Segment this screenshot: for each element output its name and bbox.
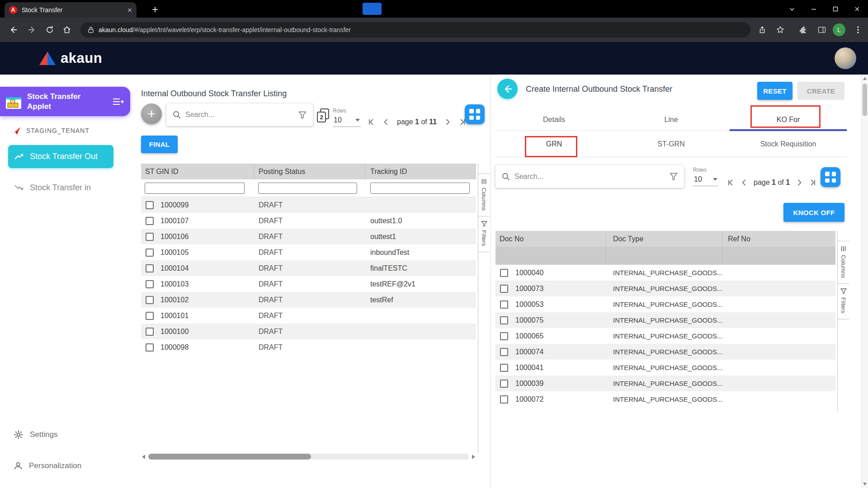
row-checkbox[interactable]: [500, 348, 508, 356]
row-checkbox[interactable]: [500, 364, 508, 372]
scroll-right-icon[interactable]: [472, 455, 475, 459]
rows-per-page[interactable]: Rows 10: [693, 167, 718, 186]
column-header-posting-status[interactable]: Posting Status: [255, 164, 365, 179]
table-row[interactable]: 1000099 DRAFT: [141, 197, 476, 213]
home-icon[interactable]: [60, 23, 74, 37]
table-row[interactable]: 1000101 DRAFT: [141, 308, 476, 324]
row-checkbox[interactable]: [500, 269, 508, 277]
row-checkbox[interactable]: [500, 380, 508, 388]
table-row[interactable]: 1000041 INTERNAL_PURCHASE_GOODS...: [495, 360, 835, 375]
row-checkbox[interactable]: [146, 201, 154, 209]
side-panel-icon[interactable]: [815, 23, 829, 37]
rows-per-page[interactable]: Rows 10: [333, 108, 361, 127]
apps-grid-icon[interactable]: [465, 104, 485, 124]
maximize-button[interactable]: [825, 0, 846, 18]
table-row[interactable]: 1000104 DRAFT finalTESTC: [141, 260, 476, 276]
reload-icon[interactable]: [42, 23, 57, 37]
browser-menu-dots-icon[interactable]: [851, 23, 865, 37]
akaun-logo[interactable]: akaun: [39, 42, 102, 75]
address-bar[interactable]: akaun.cloud/#/applet/tnt/wavelet/erp/sto…: [80, 22, 750, 38]
vertical-scrollbar[interactable]: [861, 75, 868, 488]
sidebar-collapse-icon[interactable]: [112, 97, 124, 106]
table-row[interactable]: 1000100 DRAFT: [141, 324, 476, 339]
column-header-doc-type[interactable]: Doc Type: [606, 231, 722, 247]
table-row[interactable]: 1000053 INTERNAL_PURCHASE_GOODS...: [495, 296, 835, 312]
row-checkbox[interactable]: [146, 217, 154, 225]
search-input[interactable]: [514, 173, 665, 181]
sidebar-item-settings[interactable]: Settings: [14, 430, 57, 440]
prev-page-icon[interactable]: [740, 178, 748, 187]
search-input[interactable]: [185, 111, 294, 119]
table-row[interactable]: 1000103 DRAFT testREF@2v1: [141, 276, 476, 292]
row-checkbox[interactable]: [146, 249, 154, 257]
row-checkbox[interactable]: [500, 395, 508, 404]
column-header-tracking-id[interactable]: Tracking ID: [365, 164, 476, 179]
table-row[interactable]: 1000106 DRAFT outtest1: [141, 229, 476, 244]
row-checkbox[interactable]: [146, 233, 154, 241]
subtab-stock-requisition[interactable]: Stock Requisition: [730, 131, 847, 157]
minimize-button[interactable]: [803, 0, 825, 18]
filters-rail-tab[interactable]: Filters: [838, 284, 849, 319]
next-page-icon[interactable]: [443, 118, 452, 126]
close-button[interactable]: [846, 0, 868, 18]
filters-rail-tab[interactable]: Filters: [478, 216, 490, 252]
table-row[interactable]: 1000098 DRAFT: [141, 339, 476, 355]
pages-copy-icon[interactable]: 2: [317, 108, 329, 122]
columns-rail-tab[interactable]: Columns: [478, 174, 490, 216]
table-row[interactable]: 1000040 INTERNAL_PURCHASE_GOODS...: [495, 265, 835, 281]
row-checkbox[interactable]: [146, 264, 154, 272]
sidebar-item-stock-transfer-out[interactable]: Stock Transfer Out: [8, 145, 113, 168]
table-row[interactable]: 1000074 INTERNAL_PURCHASE_GOODS...: [495, 344, 835, 360]
column-header-ref-no[interactable]: Ref No: [722, 231, 835, 247]
browser-profile-avatar[interactable]: L: [833, 23, 845, 36]
first-page-icon[interactable]: [367, 118, 375, 126]
column-header-st-gin-id[interactable]: ST GIN ID: [141, 164, 255, 179]
sidebar-tenant[interactable]: STAGING_TENANT: [12, 126, 90, 135]
row-checkbox[interactable]: [146, 328, 154, 336]
apps-grid-icon[interactable]: [821, 167, 840, 187]
first-page-icon[interactable]: [726, 178, 735, 187]
add-button[interactable]: +: [141, 103, 162, 124]
row-checkbox[interactable]: [500, 285, 508, 293]
row-checkbox[interactable]: [500, 300, 508, 309]
browser-tab[interactable]: A Stock Transfer ×: [5, 2, 137, 18]
reset-button[interactable]: RESET: [757, 82, 793, 100]
tab-details[interactable]: Details: [495, 109, 613, 131]
new-tab-button[interactable]: +: [147, 2, 163, 17]
table-row[interactable]: 1000105 DRAFT inboundTest: [141, 244, 476, 260]
tab-search-chevron-icon[interactable]: [781, 0, 803, 18]
back-button[interactable]: [497, 79, 518, 99]
scroll-up-icon[interactable]: [863, 77, 867, 80]
filter-funnel-icon[interactable]: [298, 111, 307, 119]
table-row[interactable]: 1000039 INTERNAL_PURCHASE_GOODS...: [495, 375, 835, 391]
tab-close-icon[interactable]: ×: [127, 6, 132, 14]
prev-page-icon[interactable]: [382, 118, 390, 126]
create-button[interactable]: CREATE: [797, 82, 844, 100]
knock-off-button[interactable]: KNOCK OFF: [783, 203, 844, 222]
table-row[interactable]: 1000065 INTERNAL_PURCHASE_GOODS...: [495, 328, 835, 344]
sidebar-item-personalization[interactable]: Personalization: [14, 461, 81, 470]
row-checkbox[interactable]: [146, 312, 154, 320]
columns-rail-tab[interactable]: Columns: [838, 241, 849, 284]
filter-input-posting-status[interactable]: [258, 183, 357, 194]
row-checkbox[interactable]: [146, 343, 154, 352]
subtab-st-grn[interactable]: ST-GRN: [613, 131, 730, 157]
scroll-down-icon[interactable]: [863, 483, 867, 486]
sidebar-applet-badge[interactable]: Stock Transfer Applet: [0, 87, 130, 116]
filter-input-tracking-id[interactable]: [370, 183, 470, 194]
scrollbar-thumb[interactable]: [863, 84, 867, 116]
back-icon[interactable]: [6, 23, 21, 37]
filter-input-st-gin-id[interactable]: [145, 183, 245, 194]
table-row[interactable]: 1000102 DRAFT testRef: [141, 292, 476, 308]
scroll-left-icon[interactable]: [142, 455, 145, 459]
final-button[interactable]: FINAL: [141, 136, 178, 153]
row-checkbox[interactable]: [500, 332, 508, 340]
row-checkbox[interactable]: [146, 280, 154, 288]
filter-funnel-icon[interactable]: [670, 173, 678, 180]
table-row[interactable]: 1000107 DRAFT outtest1.0: [141, 213, 476, 229]
user-avatar[interactable]: [835, 47, 856, 69]
scrollbar-thumb[interactable]: [148, 454, 311, 460]
share-icon[interactable]: [755, 23, 769, 37]
sidebar-item-stock-transfer-in[interactable]: Stock Transfer in: [8, 177, 113, 198]
table-row[interactable]: 1000072 INTERNAL_PURCHASE_GOODS...: [495, 391, 835, 407]
